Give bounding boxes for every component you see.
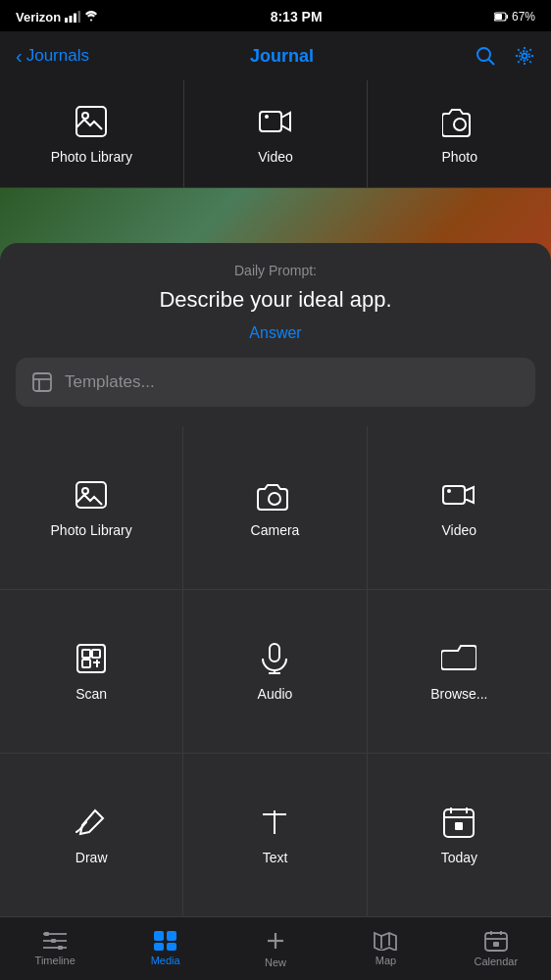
- svg-rect-22: [443, 486, 465, 504]
- media-strip-photo-library[interactable]: Photo Library: [0, 80, 184, 187]
- option-text-icon: [257, 805, 292, 840]
- camera-icon: [442, 104, 477, 139]
- option-browse-label: Browse...: [430, 686, 487, 702]
- svg-rect-49: [167, 943, 176, 951]
- media-strip-photo-label: Photo: [441, 149, 477, 165]
- tab-map-label: Map: [376, 955, 396, 966]
- option-camera-icon: [257, 477, 292, 513]
- carrier-signal: Verizon: [16, 10, 98, 24]
- status-time: 8:13 PM: [271, 9, 323, 24]
- video-icon: [258, 104, 293, 139]
- nav-actions: [475, 45, 535, 67]
- media-strip: Photo Library Video Photo: [0, 80, 551, 188]
- media-strip-photo-library-label: Photo Library: [51, 149, 132, 165]
- option-scan[interactable]: Scan: [0, 590, 183, 754]
- templates-placeholder: Templates...: [65, 372, 155, 392]
- option-browse-icon: [441, 641, 476, 676]
- back-label: Journals: [26, 46, 89, 66]
- option-today-icon: [441, 805, 476, 840]
- option-draw-icon: [74, 805, 109, 840]
- tab-calendar[interactable]: Calendar: [441, 917, 551, 980]
- map-icon: [374, 931, 397, 951]
- tab-calendar-label: Calendar: [475, 956, 519, 967]
- option-photo-library[interactable]: Photo Library: [0, 426, 183, 590]
- tab-new-label: New: [265, 956, 286, 968]
- option-today-label: Today: [441, 850, 477, 865]
- option-text-label: Text: [263, 850, 288, 865]
- tab-timeline[interactable]: Timeline: [0, 917, 110, 980]
- option-text[interactable]: Text: [183, 754, 367, 916]
- svg-rect-30: [270, 644, 279, 662]
- svg-rect-47: [167, 931, 176, 941]
- daily-prompt-label: Daily Prompt:: [20, 263, 531, 278]
- photo-library-icon: [74, 104, 109, 139]
- daily-prompt-answer-button[interactable]: Answer: [20, 324, 531, 342]
- svg-rect-3: [78, 11, 81, 23]
- svg-rect-2: [74, 14, 76, 24]
- svg-point-10: [520, 51, 529, 61]
- svg-rect-11: [76, 107, 106, 136]
- tab-timeline-label: Timeline: [35, 955, 75, 966]
- option-audio[interactable]: Audio: [183, 590, 367, 754]
- option-today[interactable]: Today: [368, 754, 551, 916]
- svg-rect-5: [506, 15, 508, 19]
- svg-rect-6: [495, 14, 502, 20]
- tab-new[interactable]: New: [221, 917, 330, 980]
- svg-point-23: [447, 489, 451, 493]
- svg-rect-27: [82, 660, 90, 667]
- svg-rect-44: [51, 939, 56, 943]
- option-camera[interactable]: Camera: [183, 426, 367, 590]
- tab-media[interactable]: Media: [110, 917, 220, 980]
- tab-media-label: Media: [151, 955, 180, 966]
- option-photo-library-label: Photo Library: [51, 522, 132, 538]
- svg-rect-25: [82, 650, 90, 658]
- svg-rect-48: [154, 943, 164, 951]
- media-strip-video[interactable]: Video: [184, 80, 369, 187]
- media-strip-video-label: Video: [258, 149, 293, 165]
- calendar-icon: [484, 930, 508, 952]
- tab-map[interactable]: Map: [330, 917, 440, 980]
- option-draw-label: Draw: [75, 850, 108, 865]
- search-icon[interactable]: [475, 45, 496, 67]
- status-bar: Verizon 8:13 PM 67%: [0, 0, 551, 31]
- svg-line-8: [488, 60, 494, 66]
- daily-prompt-text: Describe your ideal app.: [20, 286, 531, 315]
- daily-prompt-section: Daily Prompt: Describe your ideal app. A…: [0, 263, 551, 358]
- timeline-icon: [43, 931, 67, 951]
- svg-rect-16: [33, 373, 51, 391]
- option-camera-label: Camera: [251, 522, 300, 538]
- modal-sheet: Daily Prompt: Describe your ideal app. A…: [0, 243, 551, 916]
- option-scan-icon: [74, 641, 109, 676]
- svg-point-9: [522, 54, 526, 59]
- media-strip-photo[interactable]: Photo: [368, 80, 551, 187]
- svg-point-20: [82, 488, 88, 494]
- svg-rect-24: [77, 645, 105, 672]
- option-photo-library-icon: [74, 477, 109, 513]
- svg-rect-26: [92, 650, 100, 658]
- svg-rect-46: [154, 931, 164, 941]
- svg-rect-45: [58, 946, 63, 950]
- battery-status: 67%: [494, 10, 535, 24]
- settings-icon[interactable]: [514, 45, 535, 67]
- svg-rect-1: [70, 16, 73, 23]
- svg-point-15: [454, 119, 466, 130]
- back-button[interactable]: ‹ Journals: [16, 45, 89, 68]
- option-scan-label: Scan: [75, 686, 107, 702]
- nav-bar: ‹ Journals Journal: [0, 31, 551, 80]
- option-draw[interactable]: Draw: [0, 754, 183, 916]
- option-video-label: Video: [442, 522, 477, 538]
- media-icon: [154, 931, 177, 951]
- option-browse[interactable]: Browse...: [368, 590, 551, 754]
- svg-point-7: [477, 48, 490, 61]
- tab-bar: Timeline Media New: [0, 916, 551, 980]
- templates-button[interactable]: Templates...: [16, 358, 535, 407]
- svg-rect-58: [493, 942, 499, 947]
- svg-rect-43: [44, 932, 49, 936]
- option-audio-icon: [257, 641, 292, 676]
- svg-rect-0: [65, 18, 68, 23]
- svg-point-14: [265, 115, 269, 119]
- svg-rect-13: [260, 112, 281, 131]
- option-video[interactable]: Video: [368, 426, 551, 590]
- option-video-icon: [441, 477, 476, 513]
- nav-title: Journal: [250, 46, 314, 67]
